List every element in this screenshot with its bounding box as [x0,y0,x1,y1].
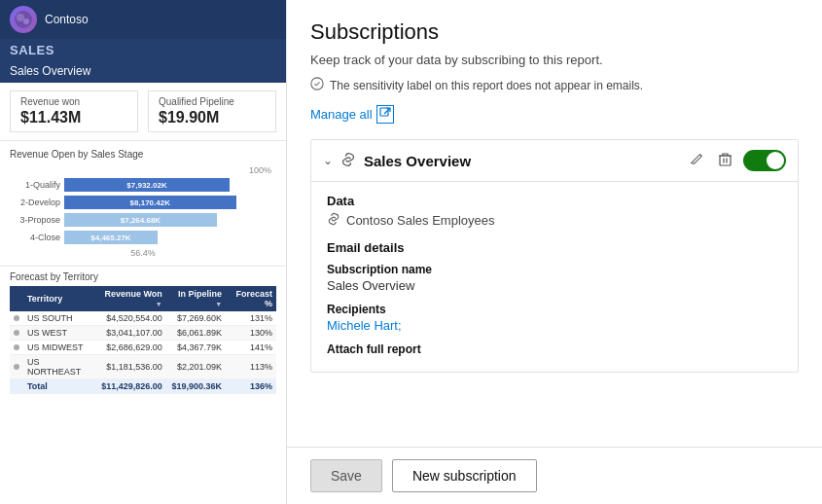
flag-total [10,379,23,394]
sub-name-label: Subscription name [327,263,782,276]
bar-name-0: 1-Qualify [10,180,60,190]
bar-fill-2: $7,264.68K [64,213,217,227]
table-section: Forecast by Territory Territory Revenue … [0,267,286,504]
subscription-header: ⌄ Sales Overview [311,140,798,182]
td-revenue-0: $4,520,554.00 [93,311,165,326]
td-forecast-0: 131% [226,311,276,326]
delete-button[interactable] [715,151,735,171]
bar-container-1: $8,170.42K [64,196,276,209]
metrics-row: Revenue won $11.43M Qualified Pipeline $… [0,83,286,141]
subscription-title: Sales Overview [364,153,678,169]
bar-chart: 100% 1-Qualify $7,932.02K 2-Develop $8,1… [10,165,276,258]
metric-pipeline: Qualified Pipeline $19.90M [148,90,276,132]
flag-3 [10,355,23,379]
forecast-table: Territory Revenue Won ▼ In Pipeline ▼ Fo… [10,286,276,394]
th-forecast: Forecast % [226,286,276,311]
data-section-label: Data [327,194,782,208]
bar-row-1: 2-Develop $8,170.42K [10,196,276,209]
subscription-card: ⌄ Sales Overview [310,139,799,373]
flag-1 [10,326,23,341]
td-revenue-3: $1,181,536.00 [93,355,165,379]
td-forecast-3: 113% [226,355,276,379]
th-flag [10,286,23,311]
sensitivity-notice: The sensitivity label on this report doe… [310,77,799,93]
svg-point-2 [23,18,29,24]
flag-0 [10,311,23,326]
panel-subtitle: Keep track of your data by subscribing t… [310,53,799,67]
subscription-toggle[interactable] [743,150,786,171]
save-button[interactable]: Save [310,459,382,492]
table-row: US SOUTH $4,520,554.00 $7,269.60K 131% [10,311,276,326]
td-territory-1: US WEST [23,326,93,341]
td-pipeline-3: $2,201.09K [166,355,226,379]
manage-all-link[interactable]: Manage all [310,105,799,124]
th-territory: Territory [23,286,93,311]
manage-all-label: Manage all [310,107,373,122]
subscription-body: Data Contoso Sales Employees Email detai… [311,182,798,372]
sales-overview-nav: Sales Overview [0,61,286,83]
td-pipeline-total: $19,900.36K [166,379,226,394]
recipients-value: Michele Hart; [327,318,782,333]
collapse-chevron-icon[interactable]: ⌄ [323,154,333,167]
bar-value-0: $7,932.02K [124,181,169,190]
chart-title: Revenue Open by Sales Stage [10,149,276,160]
td-forecast-1: 130% [226,326,276,341]
td-forecast-2: 141% [226,341,276,355]
bottom-bar: Save New subscription [287,447,822,504]
edit-button[interactable] [686,151,707,171]
subscription-actions [686,150,786,171]
left-panel: Contoso SALES Sales Overview Revenue won… [0,0,287,504]
td-forecast-total: 136% [226,379,276,394]
panel-title: Subscriptions [310,19,799,45]
metric-pipeline-value: $19.90M [159,109,266,126]
td-revenue-2: $2,686,629.00 [93,341,165,355]
td-revenue-1: $3,041,107.00 [93,326,165,341]
bar-name-1: 2-Develop [10,198,60,207]
new-subscription-button[interactable]: New subscription [392,459,537,492]
table-row: US MIDWEST $2,686,629.00 $4,367.79K 141% [10,341,276,355]
flag-2 [10,341,23,355]
bar-name-2: 3-Propose [10,215,60,225]
td-revenue-total: $11,429,826.00 [93,379,165,394]
bar-row-3: 4-Close $4,465.27K [10,231,276,244]
metric-revenue-label: Revenue won [20,96,127,107]
org-logo [10,6,37,33]
external-link-icon [376,105,394,124]
bar-container-0: $7,932.02K [64,178,276,192]
table-row-total: Total $11,429,826.00 $19,900.36K 136% [10,379,276,394]
sensitivity-text: The sensitivity label on this report doe… [330,79,643,92]
metric-revenue-won: Revenue won $11.43M [10,90,138,132]
bar-footer-pct: 56.4% [10,248,276,258]
td-pipeline-2: $4,367.79K [166,341,226,355]
bar-chart-section: Revenue Open by Sales Stage 100% 1-Quali… [0,141,286,267]
email-details-label: Email details [327,240,782,255]
data-source-row: Contoso Sales Employees [327,212,782,229]
table-title: Forecast by Territory [10,271,276,282]
toggle-thumb [767,152,784,169]
td-pipeline-1: $6,061.89K [166,326,226,341]
data-source-text: Contoso Sales Employees [346,213,494,228]
bar-value-2: $7,264.68K [118,216,163,225]
top-nav: Contoso [0,0,286,39]
table-row: US WEST $3,041,107.00 $6,061.89K 130% [10,326,276,341]
bar-container-2: $7,264.68K [64,213,276,227]
table-row: US NORTHEAST $1,181,536.00 $2,201.09K 11… [10,355,276,379]
bar-fill-3: $4,465.27K [64,231,158,244]
sub-name-value: Sales Overview [327,278,782,293]
td-territory-2: US MIDWEST [23,341,93,355]
recipients-label: Recipients [327,303,782,316]
bar-value-3: $4,465.27K [88,234,133,242]
sensitivity-icon [310,77,324,93]
td-pipeline-0: $7,269.60K [166,311,226,326]
bar-fill-0: $7,932.02K [64,178,230,192]
bar-row-2: 3-Propose $7,264.68K [10,213,276,227]
th-revenue: Revenue Won ▼ [93,286,165,311]
bar-row-0: 1-Qualify $7,932.02K [10,178,276,192]
attach-label: Attach full report [327,342,782,356]
td-territory-3: US NORTHEAST [23,355,93,379]
org-name: Contoso [45,13,89,26]
th-pipeline: In Pipeline ▼ [166,286,226,311]
metric-revenue-value: $11.43M [20,109,127,126]
td-territory-0: US SOUTH [23,311,93,326]
bar-max-label: 100% [10,165,276,175]
